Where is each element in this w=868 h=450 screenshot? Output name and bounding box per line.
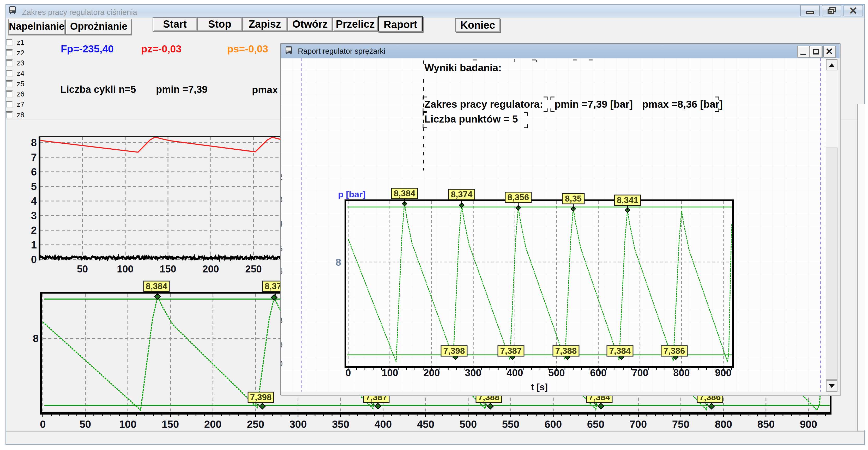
svg-text:6: 6 xyxy=(31,166,37,178)
svg-text:600: 600 xyxy=(590,367,607,378)
svg-text:450: 450 xyxy=(417,418,435,430)
svg-text:1: 1 xyxy=(31,239,37,251)
svg-text:150: 150 xyxy=(160,264,176,275)
svg-text:8: 8 xyxy=(336,257,341,268)
svg-text:0: 0 xyxy=(345,367,351,378)
svg-text:600: 600 xyxy=(545,418,562,430)
svg-text:8,356: 8,356 xyxy=(507,192,529,202)
svg-text:200: 200 xyxy=(423,367,440,378)
svg-text:800: 800 xyxy=(673,367,690,378)
svg-text:400: 400 xyxy=(375,418,392,430)
svg-text:750: 750 xyxy=(672,418,690,430)
svg-text:0: 0 xyxy=(40,418,45,430)
svg-text:2: 2 xyxy=(31,224,37,236)
svg-text:250: 250 xyxy=(247,418,265,430)
svg-text:8: 8 xyxy=(31,137,37,148)
svg-text:400: 400 xyxy=(506,367,523,378)
svg-text:7,386: 7,386 xyxy=(663,346,685,356)
svg-text:900: 900 xyxy=(800,418,817,430)
svg-text:50: 50 xyxy=(80,418,91,430)
svg-text:200: 200 xyxy=(203,264,219,275)
svg-text:0: 0 xyxy=(281,359,283,368)
svg-text:8,35: 8,35 xyxy=(565,194,582,203)
svg-text:9: 9 xyxy=(281,340,283,350)
svg-text:3: 3 xyxy=(281,195,283,204)
svg-text:350: 350 xyxy=(332,418,349,430)
svg-text:7,398: 7,398 xyxy=(443,346,465,356)
svg-text:650: 650 xyxy=(587,418,604,430)
svg-text:8,384: 8,384 xyxy=(146,281,167,291)
svg-text:7: 7 xyxy=(31,152,37,163)
svg-text:8: 8 xyxy=(281,316,283,325)
svg-text:900: 900 xyxy=(715,367,731,378)
svg-text:100: 100 xyxy=(117,264,133,275)
svg-text:7,384: 7,384 xyxy=(609,346,631,356)
svg-text:7,388: 7,388 xyxy=(555,346,577,356)
svg-text:6: 6 xyxy=(281,266,283,276)
svg-text:250: 250 xyxy=(245,264,261,275)
svg-text:2: 2 xyxy=(281,172,283,182)
svg-text:8,341: 8,341 xyxy=(617,195,639,205)
svg-text:700: 700 xyxy=(630,418,647,430)
svg-text:8,384: 8,384 xyxy=(394,189,415,198)
svg-text:300: 300 xyxy=(289,418,307,430)
svg-text:850: 850 xyxy=(757,418,775,430)
svg-text:100: 100 xyxy=(381,367,398,378)
svg-text:0: 0 xyxy=(31,254,37,265)
svg-text:100: 100 xyxy=(119,418,137,430)
svg-text:50: 50 xyxy=(77,264,88,275)
svg-text:p [bar]: p [bar] xyxy=(338,189,366,199)
svg-text:t [s]: t [s] xyxy=(531,382,548,392)
svg-text:700: 700 xyxy=(632,367,648,378)
svg-text:800: 800 xyxy=(715,418,733,430)
svg-text:7,398: 7,398 xyxy=(250,392,272,402)
svg-text:200: 200 xyxy=(204,418,222,430)
svg-text:150: 150 xyxy=(162,418,179,430)
svg-text:3: 3 xyxy=(31,210,37,221)
svg-text:5: 5 xyxy=(281,244,283,253)
svg-text:5: 5 xyxy=(31,181,37,192)
svg-text:550: 550 xyxy=(502,418,520,430)
svg-text:4: 4 xyxy=(31,195,37,207)
svg-text:500: 500 xyxy=(548,367,565,378)
svg-text:8,374: 8,374 xyxy=(451,190,473,199)
svg-text:4: 4 xyxy=(281,219,283,228)
svg-text:500: 500 xyxy=(460,418,477,430)
svg-text:300: 300 xyxy=(465,367,481,378)
svg-text:8: 8 xyxy=(33,333,39,344)
svg-text:7,387: 7,387 xyxy=(500,346,522,356)
